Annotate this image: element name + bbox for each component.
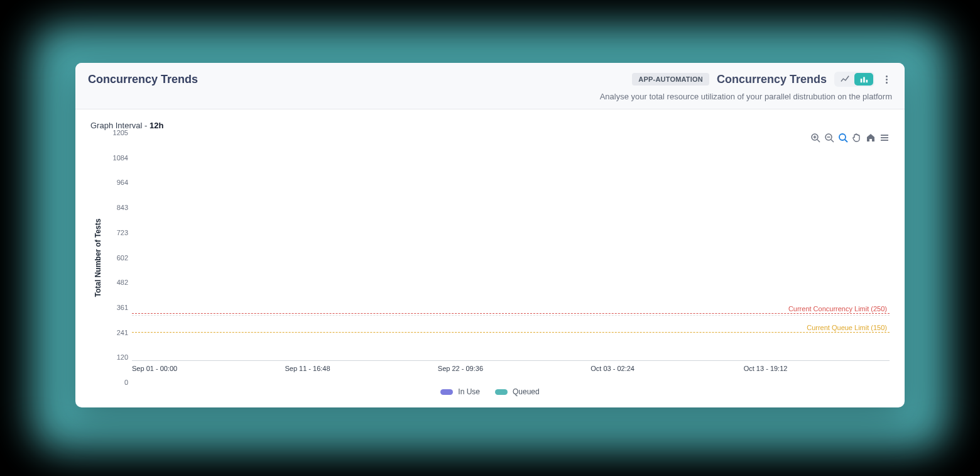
- kebab-icon: [886, 75, 888, 77]
- bars-container: [132, 133, 890, 360]
- y-tick: 0: [124, 379, 128, 386]
- y-tick: 241: [117, 329, 128, 336]
- legend-label-in-use: In Use: [458, 387, 480, 396]
- card-header: Concurrency Trends APP-AUTOMATION Concur…: [75, 63, 905, 109]
- x-tick: Oct 03 - 02:24: [591, 365, 634, 372]
- svg-rect-2: [866, 80, 868, 82]
- chart-mode-toggle[interactable]: [834, 72, 874, 87]
- y-axis-label-wrap: Total Number of Tests: [90, 133, 106, 382]
- x-tick: Oct 13 - 19:12: [744, 365, 788, 372]
- plot-area[interactable]: Current Concurrency Limit (250)Current Q…: [132, 133, 890, 361]
- widget-title: Concurrency Trends: [717, 73, 827, 86]
- plot-column: Current Concurrency Limit (250)Current Q…: [132, 133, 890, 382]
- y-axis: 012024136148260272384396410841205: [106, 133, 132, 382]
- chart-area: Total Number of Tests 012024136148260272…: [90, 133, 890, 382]
- legend-swatch-queued: [495, 389, 508, 395]
- y-tick: 482: [117, 279, 128, 286]
- line-chart-icon: [841, 75, 849, 84]
- limit-line-queue: [132, 332, 890, 333]
- x-tick: Sep 11 - 16:48: [285, 365, 330, 372]
- concurrency-trends-card: Concurrency Trends APP-AUTOMATION Concur…: [75, 63, 905, 407]
- limit-line-concurrency: [132, 313, 890, 314]
- y-axis-label: Total Number of Tests: [94, 218, 102, 297]
- page-title: Concurrency Trends: [88, 73, 198, 86]
- y-tick: 1084: [113, 154, 128, 162]
- legend-queued[interactable]: Queued: [495, 387, 540, 396]
- y-tick: 843: [117, 204, 128, 211]
- limit-label-concurrency: Current Concurrency Limit (250): [788, 305, 887, 313]
- legend-swatch-in-use: [440, 389, 453, 395]
- y-tick: 1205: [113, 129, 128, 136]
- bar-chart-toggle[interactable]: [854, 73, 873, 86]
- legend-label-queued: Queued: [513, 387, 540, 396]
- legend: In Use Queued: [90, 382, 890, 397]
- context-badge: APP-AUTOMATION: [632, 73, 709, 86]
- svg-rect-0: [861, 79, 863, 82]
- card-menu-button[interactable]: [881, 74, 892, 85]
- y-tick: 964: [117, 179, 128, 186]
- y-tick: 361: [117, 304, 128, 311]
- bar-chart-icon: [859, 75, 868, 84]
- line-chart-toggle[interactable]: [836, 73, 854, 86]
- y-tick: 723: [117, 229, 128, 236]
- x-axis: Sep 01 - 00:00Sep 11 - 16:48Sep 22 - 09:…: [132, 365, 890, 382]
- card-subtitle: Analyse your total resource utilization …: [88, 92, 892, 101]
- x-tick: Sep 22 - 09:36: [438, 365, 483, 372]
- x-tick: Sep 01 - 00:00: [132, 365, 177, 372]
- limit-label-queue: Current Queue Limit (150): [807, 324, 887, 331]
- card-body: Graph Interval - 12h Total Number of Tes…: [75, 109, 905, 407]
- y-tick: 120: [117, 353, 128, 361]
- legend-in-use[interactable]: In Use: [440, 387, 480, 396]
- grid-line: [132, 315, 890, 316]
- svg-rect-1: [863, 77, 865, 83]
- y-tick: 602: [117, 254, 128, 262]
- graph-interval-label: Graph Interval - 12h: [90, 121, 890, 130]
